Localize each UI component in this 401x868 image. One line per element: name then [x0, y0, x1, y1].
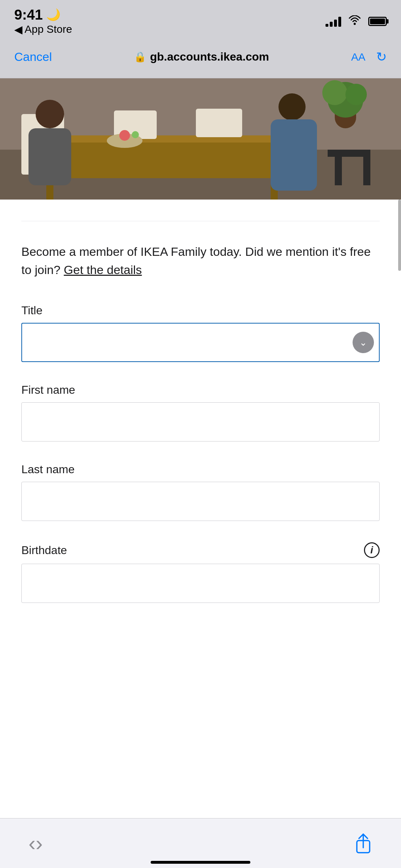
- birthdate-label: Birthdate i: [21, 542, 380, 558]
- title-select-wrapper: Mr Mrs Ms Dr ⌄: [21, 323, 380, 362]
- title-form-group: Title Mr Mrs Ms Dr ⌄: [21, 304, 380, 362]
- intro-text: Become a member of IKEA Family today. Di…: [21, 243, 380, 279]
- home-indicator: [151, 861, 250, 864]
- moon-icon: 🌙: [46, 8, 61, 21]
- first-name-label-text: First name: [21, 383, 75, 397]
- signal-bar-2: [330, 22, 333, 27]
- svg-point-11: [36, 100, 64, 128]
- title-label: Title: [21, 304, 380, 317]
- battery-icon: [368, 17, 387, 26]
- back-arrow-icon: ◀: [14, 23, 22, 36]
- browser-url: 🔒 gb.accounts.ikea.com: [134, 50, 269, 63]
- svg-point-16: [119, 130, 130, 141]
- status-right: [326, 15, 387, 28]
- last-name-label-text: Last name: [21, 463, 74, 476]
- svg-point-17: [132, 131, 139, 138]
- scrollbar[interactable]: [398, 200, 401, 271]
- browser-actions: AA ↻: [351, 50, 387, 64]
- status-bar: 9:41 🌙 ◀ App Store: [0, 0, 401, 36]
- bottom-bar: ‹ ›: [0, 818, 401, 868]
- svg-point-13: [278, 93, 306, 120]
- signal-bar-1: [326, 24, 328, 27]
- signal-bar-3: [334, 20, 337, 27]
- svg-rect-24: [363, 157, 370, 185]
- first-name-label: First name: [21, 383, 380, 397]
- birthdate-label-text: Birthdate: [21, 544, 67, 557]
- last-name-form-group: Last name: [21, 463, 380, 521]
- svg-point-0: [354, 23, 356, 25]
- browser-bar: Cancel 🔒 gb.accounts.ikea.com AA ↻: [0, 36, 401, 78]
- back-nav-button[interactable]: ‹: [28, 831, 36, 856]
- status-back[interactable]: ◀ App Store: [14, 23, 72, 36]
- share-icon: [354, 833, 373, 854]
- svg-rect-14: [271, 119, 317, 191]
- forward-nav-button[interactable]: ›: [36, 831, 43, 856]
- title-label-text: Title: [21, 304, 42, 317]
- get-details-link[interactable]: Get the details: [64, 263, 142, 277]
- signal-bar-4: [338, 17, 341, 27]
- cancel-button[interactable]: Cancel: [14, 50, 52, 64]
- share-button[interactable]: [354, 833, 373, 854]
- svg-point-21: [345, 84, 367, 105]
- battery-fill: [370, 19, 385, 24]
- app-store-label: App Store: [25, 23, 72, 35]
- first-name-input[interactable]: [21, 402, 380, 441]
- lock-icon: 🔒: [134, 51, 146, 63]
- birthdate-input[interactable]: [21, 564, 380, 603]
- first-name-form-group: First name: [21, 383, 380, 441]
- divider: [21, 221, 380, 221]
- extra-space: [21, 624, 380, 731]
- svg-rect-4: [36, 135, 285, 143]
- aa-button[interactable]: AA: [351, 51, 365, 63]
- status-left: 9:41 🌙 ◀ App Store: [14, 7, 72, 36]
- svg-point-20: [322, 80, 347, 105]
- svg-rect-23: [335, 157, 342, 185]
- info-icon[interactable]: i: [364, 542, 380, 558]
- svg-rect-12: [28, 128, 71, 185]
- last-name-label: Last name: [21, 463, 380, 476]
- hero-image: [0, 78, 401, 200]
- birthdate-form-group: Birthdate i: [21, 542, 380, 603]
- wifi-icon: [348, 15, 361, 28]
- title-select[interactable]: Mr Mrs Ms Dr: [21, 323, 380, 362]
- refresh-button[interactable]: ↻: [376, 50, 387, 64]
- hero-scene: [0, 78, 401, 200]
- url-text: gb.accounts.ikea.com: [150, 50, 269, 63]
- svg-rect-10: [196, 109, 242, 137]
- signal-bars: [326, 16, 341, 27]
- main-content: Become a member of IKEA Family today. Di…: [0, 200, 401, 818]
- svg-rect-22: [328, 150, 370, 157]
- last-name-input[interactable]: [21, 482, 380, 521]
- status-time: 9:41: [14, 7, 43, 22]
